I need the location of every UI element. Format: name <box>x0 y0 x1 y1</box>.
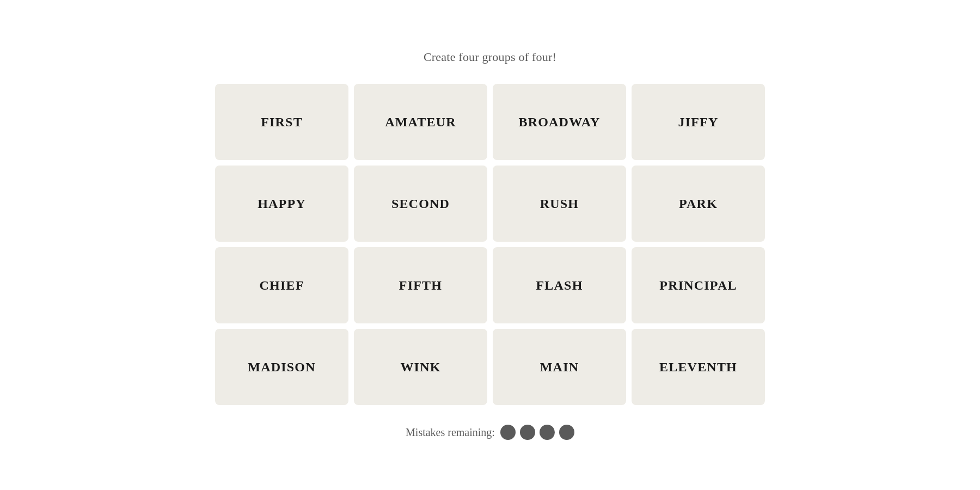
page-subtitle: Create four groups of four! <box>424 50 556 64</box>
mistakes-label: Mistakes remaining: <box>406 426 495 439</box>
mistake-dot-4 <box>559 425 574 440</box>
tile-label-park: PARK <box>679 197 718 211</box>
tile-label-broadway: BROADWAY <box>518 115 600 130</box>
tile-rush[interactable]: RUSH <box>493 166 626 242</box>
mistake-dot-2 <box>520 425 535 440</box>
tile-principal[interactable]: PRINCIPAL <box>632 247 765 323</box>
tile-label-chief: CHIEF <box>259 278 304 293</box>
tile-label-main: MAIN <box>540 360 579 375</box>
tile-label-wink: WINK <box>400 360 440 375</box>
tile-jiffy[interactable]: JIFFY <box>632 84 765 160</box>
mistake-dot-1 <box>500 425 516 440</box>
tile-label-principal: PRINCIPAL <box>659 278 737 293</box>
tile-label-second: SECOND <box>391 197 450 211</box>
tile-madison[interactable]: MADISON <box>215 329 348 405</box>
tile-label-flash: FLASH <box>536 278 583 293</box>
tile-second[interactable]: SECOND <box>354 166 487 242</box>
tile-eleventh[interactable]: ELEVENTH <box>632 329 765 405</box>
tile-label-first: FIRST <box>261 115 303 130</box>
tile-label-madison: MADISON <box>248 360 315 375</box>
tile-label-rush: RUSH <box>540 197 579 211</box>
tile-flash[interactable]: FLASH <box>493 247 626 323</box>
tile-label-eleventh: ELEVENTH <box>659 360 737 375</box>
tile-happy[interactable]: HAPPY <box>215 166 348 242</box>
tile-main[interactable]: MAIN <box>493 329 626 405</box>
tile-label-jiffy: JIFFY <box>678 115 719 130</box>
tile-park[interactable]: PARK <box>632 166 765 242</box>
tile-chief[interactable]: CHIEF <box>215 247 348 323</box>
mistake-dot-3 <box>540 425 555 440</box>
tile-amateur[interactable]: AMATEUR <box>354 84 487 160</box>
tile-label-happy: HAPPY <box>258 197 306 211</box>
tile-broadway[interactable]: BROADWAY <box>493 84 626 160</box>
tile-wink[interactable]: WINK <box>354 329 487 405</box>
mistakes-dots <box>500 425 574 440</box>
tile-fifth[interactable]: FIFTH <box>354 247 487 323</box>
tile-first[interactable]: FIRST <box>215 84 348 160</box>
word-grid: FIRSTAMATEURBROADWAYJIFFYHAPPYSECONDRUSH… <box>215 84 765 405</box>
mistakes-row: Mistakes remaining: <box>406 425 574 440</box>
tile-label-fifth: FIFTH <box>399 278 442 293</box>
tile-label-amateur: AMATEUR <box>385 115 456 130</box>
